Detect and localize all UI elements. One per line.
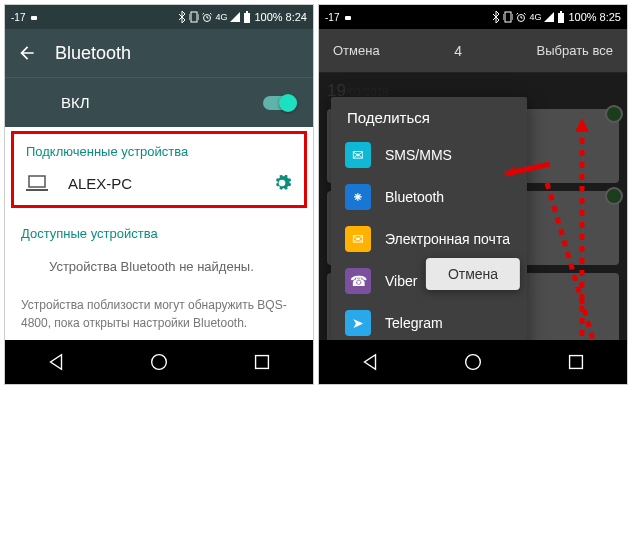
svg-rect-3	[244, 13, 250, 23]
svg-rect-5	[29, 176, 45, 187]
no-devices-text: Устройства Bluetooth не найдены.	[5, 247, 313, 288]
share-app-icon: ➤	[345, 310, 371, 336]
status-bar: -17 4G 100% 8:25	[319, 5, 627, 29]
annotation-dotted-arrow	[537, 173, 607, 340]
temp-indicator: -17	[325, 12, 339, 23]
alarm-icon	[516, 12, 526, 22]
signal-icon	[544, 12, 554, 22]
page-title: Bluetooth	[55, 43, 131, 64]
selection-count: 4	[394, 43, 523, 59]
clock: 8:25	[600, 11, 621, 23]
share-item-электронная-почта[interactable]: ✉Электронная почта	[331, 218, 527, 260]
bluetooth-toggle-row[interactable]: ВКЛ	[5, 77, 313, 127]
share-app-icon: ✉	[345, 226, 371, 252]
share-app-icon: ⁕	[345, 184, 371, 210]
network-icon: 4G	[529, 12, 541, 22]
nav-bar	[319, 340, 627, 384]
toggle-switch[interactable]	[263, 94, 297, 112]
signal-icon	[230, 12, 240, 22]
nav-home-icon[interactable]	[148, 351, 170, 373]
svg-point-13	[466, 355, 481, 370]
battery-icon	[243, 11, 251, 23]
left-phone: -17 4G 100% 8:24 Bluetooth ВКЛ Подключен…	[4, 4, 314, 385]
alarm-icon	[202, 12, 212, 22]
cancel-dialog[interactable]: Отмена	[426, 258, 520, 290]
share-item-label: SMS/MMS	[385, 147, 452, 163]
bluetooth-icon	[492, 11, 500, 23]
gear-icon[interactable]	[272, 173, 292, 193]
svg-rect-14	[569, 356, 582, 369]
back-arrow-icon[interactable]	[17, 43, 37, 63]
vibrate-icon	[189, 11, 199, 23]
nav-back-icon[interactable]	[45, 351, 67, 373]
app-header: Bluetooth	[5, 29, 313, 77]
device-row[interactable]: ALEX-PC	[14, 163, 304, 205]
battery-icon	[557, 11, 565, 23]
svg-rect-8	[345, 16, 351, 20]
bluetooth-icon	[178, 11, 186, 23]
svg-rect-11	[558, 13, 564, 23]
weather-icon	[343, 12, 353, 22]
available-label: Доступные устройства	[5, 212, 313, 247]
svg-rect-9	[505, 12, 511, 22]
nav-recent-icon[interactable]	[251, 351, 273, 373]
share-item-label: Viber	[385, 273, 417, 289]
battery-pct: 100%	[568, 11, 596, 23]
right-phone: -17 4G 100% 8:25 Отмена 4 Выбрать все 19…	[318, 4, 628, 385]
select-all-button[interactable]: Выбрать все	[523, 29, 627, 72]
device-name: ALEX-PC	[68, 175, 272, 192]
svg-rect-7	[255, 356, 268, 369]
svg-rect-0	[31, 16, 37, 20]
svg-point-6	[152, 355, 167, 370]
share-item-label: Электронная почта	[385, 231, 510, 247]
nav-bar	[5, 340, 313, 384]
battery-pct: 100%	[254, 11, 282, 23]
cancel-button[interactable]: Отмена	[319, 29, 394, 72]
share-panel: Поделиться ✉SMS/MMS⁕Bluetooth✉Электронна…	[331, 97, 527, 340]
nav-back-icon[interactable]	[359, 351, 381, 373]
svg-rect-1	[191, 12, 197, 22]
share-item-label: Telegram	[385, 315, 443, 331]
connected-devices-highlight: Подключенные устройства ALEX-PC	[11, 131, 307, 208]
svg-rect-12	[560, 11, 562, 13]
nav-recent-icon[interactable]	[565, 351, 587, 373]
temp-indicator: -17	[11, 12, 25, 23]
toggle-label: ВКЛ	[61, 94, 90, 111]
discoverable-hint: Устройства поблизости могут обнаружить B…	[5, 288, 313, 340]
clock: 8:24	[286, 11, 307, 23]
share-title: Поделиться	[331, 97, 527, 134]
share-item-label: Bluetooth	[385, 189, 444, 205]
status-bar: -17 4G 100% 8:24	[5, 5, 313, 29]
nav-home-icon[interactable]	[462, 351, 484, 373]
selection-topbar: Отмена 4 Выбрать все	[319, 29, 627, 73]
network-icon: 4G	[215, 12, 227, 22]
share-app-icon: ☎	[345, 268, 371, 294]
connected-label: Подключенные устройства	[14, 134, 304, 163]
vibrate-icon	[503, 11, 513, 23]
share-item-telegram[interactable]: ➤Telegram	[331, 302, 527, 340]
weather-icon	[29, 12, 39, 22]
share-app-icon: ✉	[345, 142, 371, 168]
svg-rect-4	[246, 11, 248, 13]
laptop-icon	[26, 175, 48, 191]
